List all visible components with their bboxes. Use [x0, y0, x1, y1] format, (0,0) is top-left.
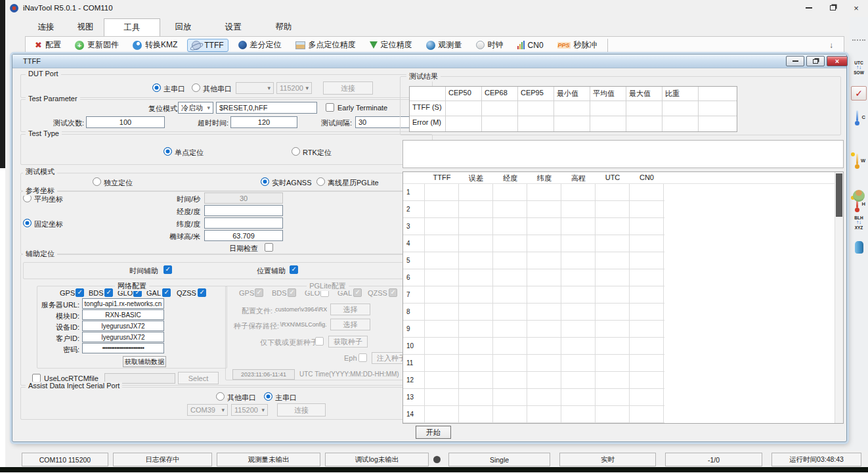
longitude-input[interactable] — [204, 205, 283, 216]
qzss-checkbox[interactable] — [389, 288, 397, 297]
dialog-minimize-button[interactable] — [786, 56, 804, 66]
rtk-radio[interactable] — [292, 147, 300, 156]
tool-positioning-accuracy[interactable]: 定位精度 — [366, 38, 416, 52]
only-new-seed-checkbox[interactable] — [315, 337, 324, 346]
dut-connect-button[interactable]: 连接 — [323, 81, 373, 95]
get-seed-button[interactable]: 获取种子 — [328, 336, 368, 348]
gps-checkbox[interactable] — [76, 288, 84, 297]
single-point-radio[interactable] — [163, 147, 172, 156]
inject-other-port-radio[interactable] — [216, 392, 225, 401]
bds-checkbox[interactable] — [288, 288, 296, 297]
other-port-radio[interactable] — [192, 83, 200, 92]
menu-settings[interactable]: 设置 — [206, 18, 260, 36]
start-button[interactable]: 开始 — [416, 426, 451, 439]
dut-port-select[interactable] — [236, 82, 274, 94]
rtcm-select-button[interactable]: Select — [178, 372, 219, 384]
table-row[interactable]: 5 — [403, 252, 664, 269]
time-sec-input[interactable]: 30 — [204, 192, 283, 204]
table-row[interactable]: 3 — [403, 218, 664, 235]
reset-command-input[interactable]: $RESET,0,hFF — [216, 102, 317, 114]
timeout-input[interactable]: 120 — [230, 116, 297, 128]
inject-main-port-radio[interactable] — [264, 392, 272, 401]
gal-checkbox[interactable] — [162, 288, 171, 297]
table-row[interactable]: 11 — [403, 355, 664, 372]
height-input[interactable]: 63.709 — [204, 230, 283, 241]
tool-convert-kmz[interactable]: 转换KMZ — [129, 38, 181, 52]
seed-select-button[interactable]: 选择 — [330, 319, 370, 330]
dialog-close-button[interactable]: × — [827, 56, 848, 66]
get-assist-data-button[interactable]: 获取辅助数据 — [123, 356, 166, 367]
tool-firmware-update[interactable]: +更新固件 — [71, 38, 123, 52]
menu-playback[interactable]: 回放 — [160, 18, 206, 36]
device-id-input[interactable]: lyegurusnJX72 — [82, 321, 164, 331]
toolbar-overflow-icon[interactable]: ↓ — [829, 41, 838, 50]
dialog-title-bar[interactable]: TTFF × — [12, 55, 846, 68]
tool-config[interactable]: ✖配置 — [31, 38, 65, 52]
table-row[interactable]: 10 — [403, 338, 664, 355]
tool-observation[interactable]: 观测量 — [422, 38, 466, 52]
table-row[interactable]: 6 — [403, 269, 664, 286]
cylinder-button[interactable] — [850, 239, 867, 255]
inject-baud-select[interactable]: 115200 — [231, 404, 268, 416]
main-port-radio[interactable] — [152, 83, 161, 92]
table-row[interactable]: 9 — [403, 321, 664, 338]
server-url-input[interactable]: tongfu-api1.rx-networks.cn — [82, 298, 164, 309]
table-row[interactable]: 2 — [403, 201, 664, 218]
test-count-input[interactable]: 100 — [86, 116, 165, 128]
menu-connect[interactable]: 连接 — [25, 18, 67, 36]
close-button[interactable]: × — [844, 1, 868, 15]
agnss-radio[interactable] — [261, 177, 269, 186]
standalone-radio[interactable] — [93, 177, 101, 186]
tool-differential[interactable]: 差分定位 — [234, 38, 286, 52]
scrollbar-thumb[interactable] — [836, 173, 842, 217]
latitude-input[interactable] — [204, 217, 283, 229]
gal-checkbox[interactable] — [353, 288, 362, 297]
time-assist-checkbox[interactable] — [163, 265, 172, 274]
date-check-checkbox[interactable] — [265, 243, 273, 252]
menu-tools[interactable]: 工具 — [104, 18, 160, 36]
vertical-scrollbar[interactable] — [835, 172, 843, 423]
apply-check-button[interactable]: ✓ — [850, 85, 867, 101]
temperature-c-icon[interactable]: C — [850, 109, 865, 126]
table-row[interactable]: 12 — [403, 372, 664, 389]
password-input[interactable]: •••••••••••••••••••••••• — [82, 343, 164, 353]
table-row[interactable]: 8 — [403, 304, 664, 321]
restore-button[interactable] — [821, 1, 844, 15]
table-row[interactable]: 13 — [403, 389, 664, 406]
drag-handle[interactable] — [852, 39, 865, 41]
pglite-config-group — [225, 286, 431, 380]
minimize-button[interactable] — [797, 1, 821, 15]
gps-checkbox[interactable] — [255, 288, 263, 297]
module-id-input[interactable]: RXN-BASIC — [82, 309, 164, 320]
bds-checkbox[interactable] — [104, 288, 113, 297]
tool-pps[interactable]: PPS秒脉冲 — [553, 38, 601, 52]
qzss-checkbox[interactable] — [198, 288, 206, 297]
table-row[interactable]: 7 — [403, 286, 664, 304]
globe-view-button[interactable] — [850, 188, 867, 204]
tool-clock[interactable]: 时钟 — [472, 38, 508, 52]
customer-id-input[interactable]: lyegurusnJX72 — [82, 332, 164, 342]
reset-mode-select[interactable]: 冷启动 — [178, 102, 213, 114]
dialog-restore-button[interactable] — [806, 56, 825, 66]
tool-cn0[interactable]: CN0 — [513, 39, 548, 51]
pglite-radio[interactable] — [316, 177, 325, 186]
utc-sow-toggle-icon[interactable]: UTC↑↓SOW — [850, 56, 867, 79]
early-terminate-checkbox[interactable] — [326, 103, 334, 112]
menu-help[interactable]: 帮助 — [260, 18, 307, 36]
table-row[interactable]: 14 — [403, 406, 664, 423]
inject-port-select[interactable]: COM39 — [187, 404, 228, 416]
pos-assist-checkbox[interactable] — [290, 265, 298, 274]
blh-xyz-toggle-icon[interactable]: BLH↑↓XYZ — [850, 212, 867, 234]
config-select-button[interactable]: 选择 — [330, 304, 370, 315]
tool-multipoint-accuracy[interactable]: 多点定位精度 — [292, 38, 360, 52]
inject-connect-button[interactable]: 连接 — [277, 403, 326, 417]
eph-checkbox[interactable] — [358, 353, 367, 362]
dut-baud-select[interactable]: 115200 — [276, 82, 312, 94]
table-row[interactable]: 1 — [403, 184, 664, 201]
table-row[interactable]: 4 — [403, 235, 664, 252]
temperature-w-icon[interactable]: W — [850, 152, 865, 169]
fixed-coord-radio[interactable] — [23, 219, 32, 227]
tool-ttff[interactable]: TTFF — [187, 39, 228, 52]
inject-other-port-label: 其他串口 — [227, 393, 256, 403]
menu-view[interactable]: 视图 — [67, 18, 104, 36]
